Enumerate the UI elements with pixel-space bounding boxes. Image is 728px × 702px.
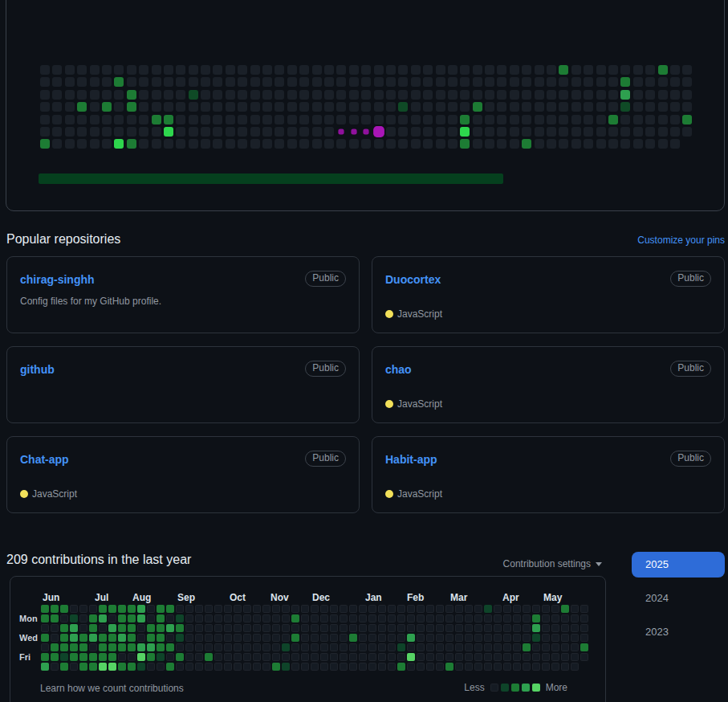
contribution-cell	[51, 634, 59, 642]
art-cell	[139, 115, 148, 124]
contribution-cell	[89, 634, 97, 642]
contribution-cell	[340, 663, 348, 671]
art-cell	[596, 102, 606, 112]
art-cell	[164, 102, 173, 112]
contribution-cell	[157, 663, 165, 671]
contribution-cell	[41, 614, 49, 622]
art-cell	[287, 115, 297, 124]
contribution-cell	[108, 605, 116, 613]
month-label: Mar	[450, 592, 467, 603]
art-cell	[633, 127, 643, 137]
contribution-cell	[214, 653, 222, 661]
art-cell	[226, 115, 235, 124]
contribution-cell	[253, 643, 261, 651]
art-cell	[460, 77, 470, 87]
art-cell	[448, 77, 458, 87]
art-cell	[460, 65, 470, 75]
art-cell	[127, 115, 136, 124]
art-cell	[262, 127, 272, 137]
contribution-cell	[436, 614, 444, 622]
contribution-cell	[185, 634, 193, 642]
contribution-cell	[89, 653, 97, 661]
art-cell	[77, 90, 87, 100]
art-cell	[374, 139, 384, 149]
art-cell	[608, 65, 618, 75]
contribution-cell	[301, 614, 309, 622]
repo-name-link[interactable]: github	[20, 363, 55, 376]
contribution-cell	[147, 605, 155, 613]
repo-name-link[interactable]: chao	[385, 363, 412, 376]
year-filter-2023[interactable]: 2023	[632, 619, 725, 645]
art-cell	[423, 127, 433, 137]
month-label: Jun	[43, 592, 59, 603]
contribution-cell	[494, 653, 502, 661]
contribution-cell	[436, 653, 444, 661]
art-cell	[324, 65, 334, 75]
contribution-cell	[571, 605, 579, 613]
art-cell	[460, 139, 470, 149]
repo-name-link[interactable]: chirag-singhh	[20, 273, 95, 286]
art-cell	[250, 139, 260, 149]
art-cell	[596, 115, 606, 124]
contribution-cell	[542, 614, 550, 622]
language-dot-icon	[385, 310, 393, 318]
contribution-cell	[272, 653, 280, 661]
repo-name-link[interactable]: Duocortex	[385, 273, 441, 286]
month-label: Jul	[95, 592, 108, 603]
art-cell	[324, 115, 334, 124]
art-cell	[535, 77, 544, 87]
art-cell	[349, 139, 359, 149]
contribution-cell	[388, 653, 396, 661]
contribution-cell	[503, 663, 511, 671]
contribution-cell	[176, 663, 184, 671]
art-cell	[40, 65, 50, 75]
art-cell	[620, 90, 630, 100]
snake-segment	[339, 129, 344, 134]
contribution-cell	[262, 643, 270, 651]
art-cell	[52, 102, 62, 112]
snake-segment	[364, 129, 369, 134]
art-cell	[176, 65, 185, 75]
year-filter-2025[interactable]: 2025	[632, 552, 725, 578]
contribution-cell	[407, 663, 415, 671]
art-cell	[102, 77, 112, 87]
art-cell	[596, 90, 606, 100]
art-cell	[299, 102, 309, 112]
art-cell	[398, 115, 408, 124]
art-cell	[547, 139, 556, 149]
repo-name-link[interactable]: Habit-app	[385, 453, 437, 466]
art-cell	[497, 115, 506, 124]
language-dot-icon	[385, 400, 393, 408]
contribution-settings-dropdown[interactable]: Contribution settings	[503, 558, 602, 569]
contribution-cell	[503, 653, 511, 661]
art-cell	[584, 115, 593, 124]
repo-language: JavaScript	[385, 308, 442, 320]
contribution-cell	[272, 663, 280, 671]
art-cell	[299, 115, 309, 124]
contribution-cell	[195, 624, 203, 632]
contribution-cell	[320, 653, 328, 661]
contribution-cell	[166, 634, 174, 642]
art-cell	[102, 90, 112, 100]
learn-contributions-link[interactable]: Learn how we count contributions	[40, 683, 184, 694]
year-filter-2024[interactable]: 2024	[632, 586, 725, 611]
contribution-cell	[445, 605, 453, 613]
art-cell	[201, 65, 210, 75]
contribution-cell	[176, 614, 184, 622]
customize-pins-link[interactable]: Customize your pins	[637, 235, 725, 246]
repo-name-link[interactable]: Chat-app	[20, 453, 69, 466]
contribution-cell	[89, 643, 97, 651]
contribution-cell	[378, 634, 386, 642]
art-cell	[436, 65, 445, 75]
art-cell	[386, 127, 396, 137]
contribution-cell	[417, 614, 425, 622]
art-cell	[658, 90, 668, 100]
art-cell	[670, 127, 680, 137]
contribution-cell	[253, 605, 261, 613]
contribution-cell	[234, 643, 242, 651]
art-cell	[349, 77, 359, 87]
art-cell	[114, 115, 124, 124]
art-cell	[102, 65, 112, 75]
contribution-cell	[108, 614, 116, 622]
art-cell	[176, 115, 185, 124]
